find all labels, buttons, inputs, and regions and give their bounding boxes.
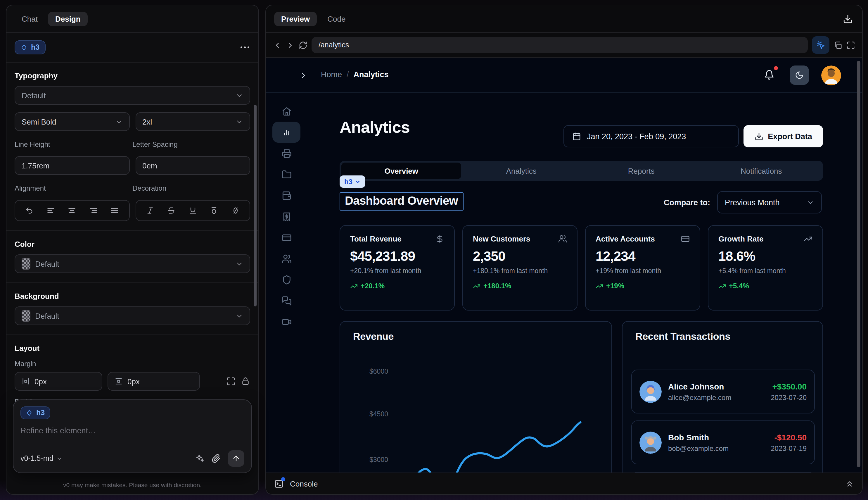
transaction-date: 2023-07-20 bbox=[771, 393, 807, 401]
export-data-label: Export Data bbox=[768, 132, 812, 141]
tab-notifications[interactable]: Notifications bbox=[702, 162, 822, 179]
stat-trend: +180.1% bbox=[483, 282, 511, 290]
background-heading: Background bbox=[15, 292, 250, 300]
selected-element-chip[interactable]: h3 bbox=[15, 41, 45, 54]
tab-code[interactable]: Code bbox=[320, 11, 352, 26]
breadcrumb-home[interactable]: Home bbox=[321, 70, 342, 79]
page-title: Analytics bbox=[339, 118, 410, 137]
chevrons-up-icon[interactable] bbox=[845, 479, 854, 488]
tab-design[interactable]: Design bbox=[48, 11, 88, 26]
stat-trend: +19% bbox=[606, 282, 624, 290]
sparkles-icon[interactable] bbox=[195, 454, 205, 463]
align-justify-icon[interactable] bbox=[111, 206, 119, 215]
folder-icon bbox=[281, 169, 291, 179]
tab-analytics[interactable]: Analytics bbox=[462, 162, 582, 179]
lock-icon[interactable] bbox=[241, 377, 250, 386]
sidebar-item-files[interactable] bbox=[273, 164, 300, 185]
revenue-line-chart bbox=[340, 322, 613, 473]
line-height-input[interactable]: 1.75rem bbox=[15, 156, 129, 175]
font-size-select[interactable]: 2xl bbox=[135, 112, 250, 131]
dollar-sign-icon bbox=[436, 235, 444, 243]
paperclip-icon[interactable] bbox=[211, 454, 221, 463]
sidebar-item-messages[interactable] bbox=[273, 290, 300, 311]
sidebar-item-reports[interactable] bbox=[273, 143, 300, 164]
select-element-mode-button[interactable] bbox=[812, 36, 830, 54]
console-bar[interactable]: Console bbox=[266, 473, 862, 494]
align-right-icon[interactable] bbox=[90, 206, 97, 215]
selected-heading-outline[interactable]: Dashboard Overview bbox=[339, 192, 463, 211]
font-family-select[interactable]: Default bbox=[15, 86, 250, 105]
margin-x-input[interactable]: 0px bbox=[15, 372, 102, 391]
font-weight-value: Semi Bold bbox=[22, 117, 56, 126]
font-size-value: 2xl bbox=[142, 117, 152, 126]
sidebar-item-analytics[interactable] bbox=[273, 122, 300, 143]
sidebar-item-customers[interactable] bbox=[273, 248, 300, 269]
undo-icon[interactable] bbox=[25, 206, 34, 215]
overline-icon[interactable] bbox=[210, 206, 218, 215]
fullscreen-icon[interactable] bbox=[846, 41, 855, 49]
selected-element-label: h3 bbox=[31, 43, 39, 52]
compare-select[interactable]: Previous Month bbox=[717, 191, 822, 214]
refine-composer[interactable]: h3 Refine this element… v0-1.5-md bbox=[13, 399, 252, 473]
sidebar-toggle-icon[interactable] bbox=[299, 71, 308, 80]
notifications-button[interactable] bbox=[764, 70, 776, 81]
date-range-button[interactable]: Jan 20, 2023 - Feb 09, 2023 bbox=[564, 125, 739, 147]
url-input[interactable]: /analytics bbox=[312, 37, 808, 53]
font-family-value: Default bbox=[22, 91, 46, 100]
underline-icon[interactable] bbox=[189, 206, 197, 215]
left-panel-scrollbar[interactable] bbox=[254, 105, 257, 306]
download-icon[interactable] bbox=[843, 14, 853, 24]
send-button[interactable] bbox=[228, 450, 244, 467]
strikethrough-icon[interactable] bbox=[167, 206, 176, 215]
margin-horizontal-icon bbox=[22, 377, 30, 385]
sidebar-item-home[interactable] bbox=[273, 101, 300, 122]
margin-y-input[interactable]: 0px bbox=[107, 372, 200, 391]
user-avatar[interactable] bbox=[821, 66, 841, 86]
disclaimer-text: v0 may make mistakes. Please use with di… bbox=[7, 481, 258, 488]
forward-icon[interactable] bbox=[286, 41, 294, 49]
stat-subtext: +19% from last month bbox=[595, 267, 690, 274]
no-decoration-icon[interactable] bbox=[231, 206, 240, 215]
transaction-row[interactable]: Alice Johnson alice@example.com +$350.00… bbox=[631, 370, 815, 413]
margin-vertical-icon bbox=[115, 377, 123, 385]
arrow-up-icon bbox=[232, 454, 240, 463]
tab-preview[interactable]: Preview bbox=[274, 11, 317, 26]
selection-tag-chip[interactable]: h3 bbox=[339, 175, 365, 188]
background-select[interactable]: Default bbox=[15, 306, 250, 325]
composer-element-chip: h3 bbox=[21, 407, 50, 419]
back-icon[interactable] bbox=[273, 41, 282, 49]
model-select[interactable]: v0-1.5-md bbox=[21, 454, 63, 463]
decoration-group bbox=[135, 200, 250, 221]
theme-toggle-button[interactable] bbox=[790, 66, 809, 85]
users-icon bbox=[558, 235, 567, 243]
stat-label: Total Revenue bbox=[350, 235, 402, 243]
export-data-button[interactable]: Export Data bbox=[743, 125, 823, 147]
italic-icon[interactable] bbox=[146, 206, 154, 215]
transaction-row[interactable]: Bob Smith bob@example.com -$120.50 2023-… bbox=[631, 420, 815, 464]
trending-up-icon bbox=[804, 235, 812, 243]
sidebar-item-wallet[interactable] bbox=[273, 185, 300, 206]
align-center-icon[interactable] bbox=[68, 206, 76, 215]
stat-label: New Customers bbox=[473, 235, 531, 243]
sidebar-item-video[interactable] bbox=[273, 311, 300, 332]
chevron-down-icon bbox=[115, 118, 123, 125]
font-weight-select[interactable]: Semi Bold bbox=[15, 112, 129, 131]
sidebar-item-security[interactable] bbox=[273, 269, 300, 290]
tab-chat[interactable]: Chat bbox=[15, 11, 45, 26]
letter-spacing-value: 0em bbox=[142, 161, 157, 170]
sidebar-item-invoices[interactable] bbox=[273, 206, 300, 227]
letter-spacing-input[interactable]: 0em bbox=[135, 156, 250, 175]
expand-sides-icon[interactable] bbox=[226, 377, 235, 386]
stat-card-total-revenue: Total Revenue $45,231.89 +20.1% from las… bbox=[339, 225, 455, 310]
copy-icon[interactable] bbox=[834, 41, 842, 49]
composer-placeholder[interactable]: Refine this element… bbox=[21, 426, 244, 435]
refresh-icon[interactable] bbox=[299, 41, 308, 49]
sidebar-item-payments[interactable] bbox=[273, 227, 300, 248]
printer-icon bbox=[281, 148, 291, 158]
preview-viewport: Home / Analytics bbox=[266, 58, 862, 473]
align-left-icon[interactable] bbox=[47, 206, 55, 215]
more-options-icon[interactable] bbox=[240, 42, 250, 53]
preview-scrollbar[interactable] bbox=[857, 61, 860, 467]
tab-reports[interactable]: Reports bbox=[581, 162, 702, 179]
color-select[interactable]: Default bbox=[15, 254, 250, 273]
